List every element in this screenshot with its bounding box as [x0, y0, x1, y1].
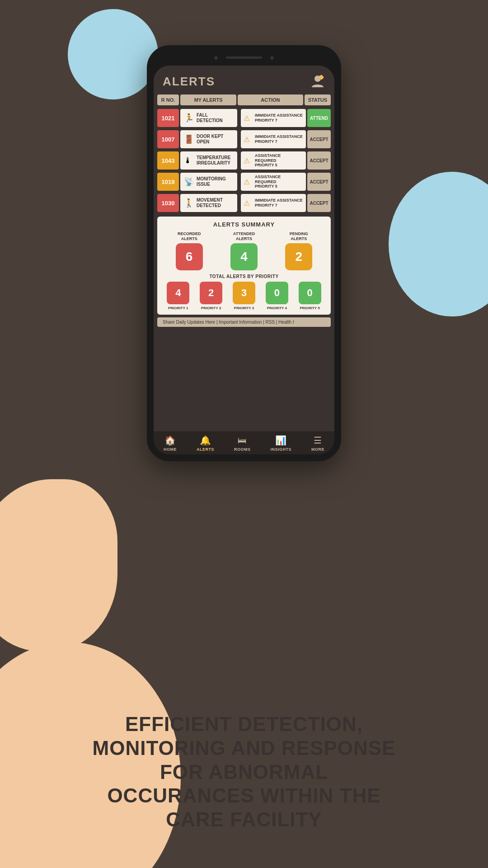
alert-type: 🚪 DOOR KEPT OPEN	[180, 130, 237, 148]
insights-icon: 📊	[275, 435, 286, 446]
priority-4-value: 0	[266, 282, 288, 304]
status-accept[interactable]: ACCEPT	[307, 173, 331, 191]
alert-row[interactable]: 1043 🌡 TEMPERATUREIRREGULARITY ⚠ ASSISTA…	[157, 151, 331, 170]
priority-4-label: PRIORITY 4	[267, 306, 287, 310]
nav-alerts[interactable]: 🔔 ALERTS	[197, 435, 214, 452]
action-text: ASSISTANCE REQUIREDPRIORITY 5	[255, 153, 303, 168]
nav-home[interactable]: 🏠 HOME	[164, 435, 177, 452]
camera-area	[214, 56, 274, 60]
warning-icon: ⚠	[244, 114, 253, 123]
alert-action: ⚠ ASSISTANCE REQUIREDPRIORITY 5	[241, 151, 306, 170]
tagline: EFFICIENT DETECTION, MONITORING AND RESP…	[86, 712, 402, 832]
action-text: IMMIDIATE ASSISTANCEPRIORITY 7	[255, 198, 303, 208]
priority-label: TOTAL ALERTS BY PRIORITY	[162, 274, 326, 279]
table-header: R NO. MY ALERTS ACTION STATUS	[154, 94, 334, 108]
alert-rno: 1007	[157, 130, 179, 148]
news-ticker: Share Daily Updates Here | Important Inf…	[157, 317, 331, 327]
camera-dot-2	[270, 56, 274, 60]
alert-rno: 1021	[157, 109, 179, 127]
warning-icon: ⚠	[244, 178, 253, 186]
rooms-icon: 🛏	[238, 435, 247, 446]
divider	[239, 173, 239, 191]
monitoring-icon: 📡	[184, 177, 194, 187]
phone-device: ALERTS R NO. MY ALERTS ACTION STATUS	[147, 45, 341, 461]
col-alerts: MY ALERTS	[180, 94, 236, 105]
alert-type-text: TEMPERATUREIRREGULARITY	[197, 155, 230, 166]
nav-alerts-label: ALERTS	[197, 447, 214, 452]
app-title: ALERTS	[163, 75, 215, 89]
bg-blob-left	[0, 479, 117, 651]
alert-type: 🚶 MOVEMENTDETECTED	[180, 194, 237, 212]
alert-type-text: MONITORINGISSUE	[197, 176, 226, 187]
status-accept[interactable]: ACCEPT	[307, 130, 331, 148]
col-status: STATUS	[305, 94, 331, 105]
priority-3-label: PRIORITY 3	[234, 306, 254, 310]
alert-type: 🌡 TEMPERATUREIRREGULARITY	[180, 151, 237, 170]
status-accept[interactable]: ACCEPT	[307, 151, 331, 170]
alert-rno: 1030	[157, 194, 179, 212]
nav-rooms[interactable]: 🛏 ROOMS	[234, 435, 251, 452]
alert-type: 📡 MONITORINGISSUE	[180, 173, 237, 191]
priority-3: 3 PRIORITY 3	[233, 282, 255, 310]
user-icon	[310, 74, 325, 89]
warning-icon: ⚠	[244, 199, 253, 208]
alert-rno: 1043	[157, 151, 179, 170]
phone-outer: ALERTS R NO. MY ALERTS ACTION STATUS	[147, 45, 341, 461]
priority-2: 2 PRIORITY 2	[200, 282, 222, 310]
pending-value: 2	[285, 243, 312, 270]
alert-rno: 1019	[157, 173, 179, 191]
alert-row[interactable]: 1019 📡 MONITORINGISSUE ⚠ ASSISTANCE REQU…	[157, 172, 331, 192]
alerts-icon: 🔔	[200, 435, 211, 446]
summary-title: ALERTS SUMMARY	[162, 221, 326, 228]
nav-home-label: HOME	[164, 447, 177, 452]
alerts-list: 1021 🏃 FALL DETECTION ⚠ IMMIDIATE ASSIST…	[154, 108, 334, 213]
alert-row[interactable]: 1021 🏃 FALL DETECTION ⚠ IMMIDIATE ASSIST…	[157, 108, 331, 128]
alert-type: 🏃 FALL DETECTION	[180, 109, 237, 127]
bottom-tagline-area: EFFICIENT DETECTION, MONITORING AND RESP…	[86, 712, 402, 832]
attended-value: 4	[230, 243, 258, 270]
priority-1-value: 4	[167, 282, 189, 304]
bg-circle-top	[68, 9, 158, 99]
app-header: ALERTS	[154, 66, 334, 94]
priority-4: 0 PRIORITY 4	[266, 282, 288, 310]
warning-icon: ⚠	[244, 135, 253, 144]
fall-detection-icon: 🏃	[184, 113, 194, 123]
more-icon: ☰	[314, 435, 322, 446]
col-rno: R NO.	[157, 94, 179, 105]
action-text: IMMIDIATE ASSISTANCEPRIORITY 7	[255, 134, 303, 144]
priority-3-value: 3	[233, 282, 255, 304]
movement-icon: 🚶	[184, 198, 194, 208]
col-action: ACTION	[238, 94, 303, 105]
nav-insights[interactable]: 📊 INSIGHTS	[270, 435, 291, 452]
door-icon: 🚪	[184, 134, 194, 144]
status-accept[interactable]: ACCEPT	[307, 194, 331, 212]
priority-5-value: 0	[299, 282, 321, 304]
status-attend[interactable]: ATTEND	[307, 109, 331, 127]
priority-5-label: PRIORITY 5	[300, 306, 319, 310]
alert-type-text: FALL DETECTION	[197, 113, 234, 123]
speaker	[226, 57, 262, 59]
alert-action: ⚠ ASSISTANCE REQUIREDPRIORITY 5	[241, 173, 306, 191]
alert-row[interactable]: 1030 🚶 MOVEMENTDETECTED ⚠ IMMIDIATE ASSI…	[157, 193, 331, 213]
phone-notch	[154, 52, 334, 63]
home-icon: 🏠	[164, 435, 176, 446]
alert-row[interactable]: 1007 🚪 DOOR KEPT OPEN ⚠ IMMIDIATE ASSIST…	[157, 129, 331, 149]
recorded-value: 6	[176, 243, 203, 270]
nav-insights-label: INSIGHTS	[270, 447, 291, 452]
priority-2-label: PRIORITY 2	[201, 306, 221, 310]
nav-more[interactable]: ☰ MORE	[311, 435, 324, 452]
temperature-icon: 🌡	[184, 156, 194, 165]
phone-screen: ALERTS R NO. MY ALERTS ACTION STATUS	[154, 66, 334, 454]
recorded-col: RECORDEDALERTS 6	[176, 231, 203, 270]
priority-row: 4 PRIORITY 1 2 PRIORITY 2 3 PRIORITY 3 0…	[162, 282, 326, 310]
pending-label: PENDINGALERTS	[290, 231, 308, 241]
nav-rooms-label: ROOMS	[234, 447, 251, 452]
alert-action: ⚠ IMMIDIATE ASSISTANCEPRIORITY 7	[241, 109, 306, 127]
action-text: ASSISTANCE REQUIREDPRIORITY 5	[255, 175, 303, 189]
priority-5: 0 PRIORITY 5	[299, 282, 321, 310]
bottom-navigation: 🏠 HOME 🔔 ALERTS 🛏 ROOMS 📊 INSIGHTS ☰	[154, 431, 334, 454]
alert-action: ⚠ IMMIDIATE ASSISTANCEPRIORITY 7	[241, 194, 306, 212]
alert-type-text: DOOR KEPT OPEN	[197, 134, 234, 145]
attended-col: ATTENDEDALERTS 4	[230, 231, 258, 270]
pending-col: PENDINGALERTS 2	[285, 231, 312, 270]
